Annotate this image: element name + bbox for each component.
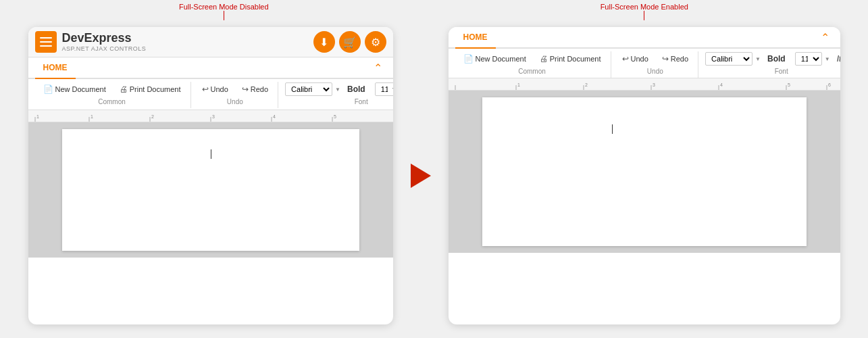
right-redo-label: Redo bbox=[671, 55, 688, 63]
right-redo-button[interactable]: ↪ Redo bbox=[658, 51, 692, 66]
right-tab-collapse-button[interactable]: ⌃ bbox=[817, 28, 834, 47]
annotation-right-label: Full-Screen Mode Enabled bbox=[601, 3, 688, 11]
new-doc-label: New Document bbox=[55, 85, 106, 93]
right-common-buttons: 📄 New Document 🖨 Print Document bbox=[459, 51, 605, 66]
hamburger-button[interactable] bbox=[35, 31, 57, 53]
font-group-label: Font bbox=[355, 98, 368, 105]
brand-name: DevExpress bbox=[62, 32, 147, 45]
undo-buttons: ↩ Undo ↪ Redo bbox=[198, 82, 273, 97]
document-area[interactable] bbox=[28, 122, 393, 258]
annotation-left: Full-Screen Mode Disabled bbox=[179, 3, 269, 20]
right-print-document-button[interactable]: 🖨 Print Document bbox=[536, 51, 605, 66]
svg-text:6: 6 bbox=[828, 82, 831, 87]
print-doc-label: Print Document bbox=[130, 85, 181, 93]
tab-bar: HOME ⌃ bbox=[28, 57, 393, 79]
svg-rect-13 bbox=[449, 78, 840, 91]
header-icons: ⬇ 🛒 ⚙ bbox=[313, 31, 386, 53]
header: DevExpress ASP.NET AJAX CONTROLS ⬇ 🛒 ⚙ bbox=[28, 27, 393, 57]
font-size-select[interactable]: 11 bbox=[375, 82, 393, 96]
new-document-button[interactable]: 📄 New Document bbox=[39, 82, 110, 97]
cart-button[interactable]: 🛒 bbox=[339, 31, 361, 53]
right-fontsize-dropdown-arrow: ▼ bbox=[825, 56, 830, 62]
arrow-container bbox=[404, 164, 438, 188]
right-ruler: 1 2 3 4 5 6 bbox=[449, 78, 840, 91]
right-ribbon-row: 📄 New Document 🖨 Print Document Common bbox=[454, 51, 835, 78]
right-ribbon-group-common: 📄 New Document 🖨 Print Document Common bbox=[454, 51, 611, 78]
right-new-doc-icon: 📄 bbox=[463, 54, 474, 64]
right-new-document-button[interactable]: 📄 New Document bbox=[459, 51, 530, 66]
download-button[interactable]: ⬇ bbox=[313, 31, 335, 53]
right-ribbon-group-undo: ↩ Undo ↪ Redo Undo bbox=[613, 51, 699, 78]
right-undo-label: Undo bbox=[631, 55, 648, 63]
font-buttons: Calibri ▼ Bold 11 ▼ bbox=[285, 82, 392, 97]
right-print-doc-icon: 🖨 bbox=[540, 54, 548, 64]
right-font-group-label: Font bbox=[775, 68, 788, 75]
common-group-label: Common bbox=[98, 98, 126, 105]
text-cursor bbox=[211, 149, 211, 159]
right-ribbon-group-font: Calibri ▼ Bold 11 ▼ bbox=[700, 51, 840, 78]
right-panel: HOME ⌃ 📄 New Document bbox=[449, 27, 840, 324]
right-font-dropdown-arrow: ▼ bbox=[755, 56, 761, 62]
annotation-left-label: Full-Screen Mode Disabled bbox=[179, 3, 269, 11]
right-ribbon: 📄 New Document 🖨 Print Document Common bbox=[449, 49, 840, 78]
tab-home[interactable]: HOME bbox=[35, 57, 76, 79]
undo-label: Undo bbox=[211, 85, 228, 93]
svg-text:5: 5 bbox=[788, 82, 790, 87]
annotation-right-line bbox=[644, 11, 644, 20]
undo-button[interactable]: ↩ Undo bbox=[198, 82, 232, 97]
gear-button[interactable]: ⚙ bbox=[365, 31, 386, 53]
svg-text:2: 2 bbox=[151, 114, 154, 119]
right-document-page[interactable] bbox=[482, 97, 807, 246]
ribbon-group-font: Calibri ▼ Bold 11 ▼ bbox=[280, 82, 392, 108]
svg-text:1: 1 bbox=[36, 114, 39, 119]
right-print-doc-label: Print Document bbox=[550, 55, 601, 63]
right-common-group-label: Common bbox=[518, 68, 546, 75]
right-bold-button[interactable]: Bold bbox=[763, 51, 790, 66]
hamburger-icon bbox=[40, 37, 52, 47]
arrow-right-icon bbox=[411, 164, 431, 188]
annotation-left-line bbox=[224, 11, 224, 20]
redo-button[interactable]: ↪ Redo bbox=[238, 82, 272, 97]
undo-icon: ↩ bbox=[202, 84, 209, 94]
font-name-select[interactable]: Calibri bbox=[285, 82, 332, 96]
svg-text:1: 1 bbox=[91, 114, 93, 119]
right-italic-label: Italic bbox=[837, 54, 840, 64]
right-ruler-svg: 1 2 3 4 5 6 bbox=[449, 78, 840, 91]
right-undo-group-label: Undo bbox=[647, 68, 663, 75]
right-text-cursor bbox=[612, 124, 613, 134]
print-document-button[interactable]: 🖨 Print Document bbox=[116, 82, 185, 97]
undo-group-label: Undo bbox=[227, 98, 243, 105]
ribbon-row: 📄 New Document 🖨 Print Document Common bbox=[34, 82, 388, 110]
tab-collapse-button[interactable]: ⌃ bbox=[369, 59, 386, 77]
document-page[interactable] bbox=[62, 129, 359, 251]
ruler: 1 1 2 3 4 5 bbox=[28, 110, 393, 122]
right-undo-button[interactable]: ↩ Undo bbox=[618, 51, 653, 66]
svg-text:1: 1 bbox=[517, 82, 520, 87]
ribbon: 📄 New Document 🖨 Print Document Common bbox=[28, 79, 393, 110]
right-italic-button[interactable]: Italic bbox=[833, 51, 840, 66]
common-buttons: 📄 New Document 🖨 Print Document bbox=[39, 82, 185, 97]
right-bold-label: Bold bbox=[767, 54, 786, 64]
right-undo-icon: ↩ bbox=[622, 54, 629, 64]
right-redo-icon: ↪ bbox=[662, 54, 669, 64]
ruler-svg: 1 1 2 3 4 5 bbox=[28, 110, 393, 122]
bold-label: Bold bbox=[347, 84, 365, 94]
annotation-right: Full-Screen Mode Enabled bbox=[601, 3, 688, 20]
right-font-buttons: Calibri ▼ Bold 11 ▼ bbox=[705, 51, 840, 66]
svg-text:3: 3 bbox=[653, 82, 655, 87]
svg-text:5: 5 bbox=[334, 114, 336, 119]
right-undo-buttons: ↩ Undo ↪ Redo bbox=[618, 51, 693, 66]
bold-button[interactable]: Bold bbox=[343, 82, 369, 97]
svg-text:3: 3 bbox=[212, 114, 215, 119]
new-doc-icon: 📄 bbox=[43, 84, 53, 94]
right-font-name-select[interactable]: Calibri bbox=[705, 52, 752, 66]
brand-sub: ASP.NET AJAX CONTROLS bbox=[62, 45, 147, 52]
right-tab-home[interactable]: HOME bbox=[455, 27, 496, 49]
brand: DevExpress ASP.NET AJAX CONTROLS bbox=[62, 32, 147, 52]
ribbon-group-undo: ↩ Undo ↪ Redo Undo bbox=[193, 82, 279, 108]
right-document-area[interactable] bbox=[449, 91, 840, 253]
print-doc-icon: 🖨 bbox=[120, 84, 128, 94]
left-panel: DevExpress ASP.NET AJAX CONTROLS ⬇ 🛒 ⚙ H… bbox=[28, 27, 393, 324]
right-font-size-select[interactable]: 11 bbox=[795, 52, 822, 66]
ribbon-group-common: 📄 New Document 🖨 Print Document Common bbox=[34, 82, 191, 108]
